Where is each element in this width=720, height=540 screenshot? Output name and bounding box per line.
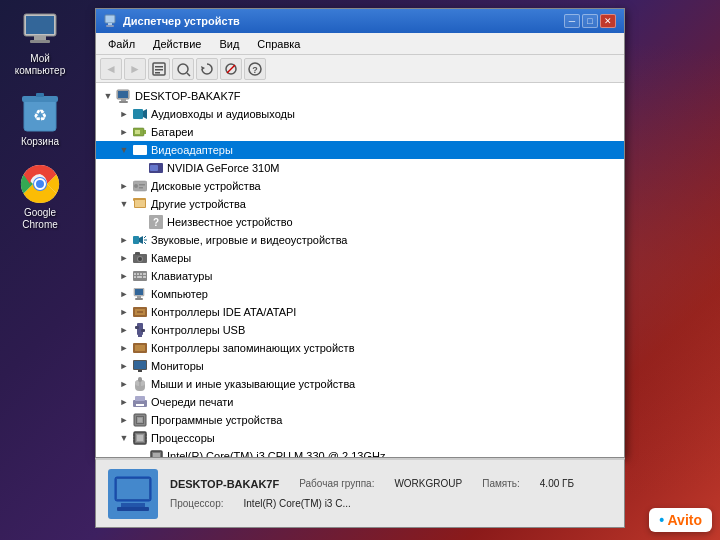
desktop-icon-area: Мой компьютер ♻ Корзина — [0, 0, 80, 241]
tree-item[interactable]: ► Дисковые устройства — [96, 177, 624, 195]
menu-view[interactable]: Вид — [211, 36, 247, 52]
device-tree[interactable]: ▼ DESKTOP-BAKAK7F ► — [96, 83, 624, 457]
item-expander[interactable]: ► — [116, 250, 132, 266]
tree-item[interactable]: ► Батареи — [96, 123, 624, 141]
menu-file[interactable]: Файл — [100, 36, 143, 52]
svg-rect-32 — [144, 130, 146, 134]
svg-point-10 — [35, 179, 45, 189]
item-expander[interactable]: ► — [116, 412, 132, 428]
tree-item-cpu1[interactable]: ► Intel(R) Core(TM) i3 CPU M 330 @ 2.13G… — [96, 447, 624, 457]
tree-item-video[interactable]: ▼ Видеоадаптеры — [96, 141, 624, 159]
item-expander[interactable]: ► — [116, 376, 132, 392]
status-row-1: DESKTOP-BAKAK7F Рабочая группа: WORKGROU… — [170, 476, 612, 493]
tree-item-nvidia[interactable]: ► NVIDIA GeForce 310M — [96, 159, 624, 177]
svg-point-40 — [134, 184, 138, 188]
properties-button[interactable] — [148, 58, 170, 80]
item-expander[interactable]: ► — [116, 124, 132, 140]
tree-item[interactable]: ► Контроллеры USB — [96, 321, 624, 339]
svg-rect-71 — [137, 311, 143, 313]
item-label: Контроллеры запоминающих устройств — [151, 339, 354, 357]
item-label: Видеоадаптеры — [151, 141, 233, 159]
item-expander[interactable]: ► — [116, 394, 132, 410]
svg-rect-66 — [135, 289, 143, 295]
software-devices-icon — [132, 412, 148, 428]
svg-rect-11 — [105, 15, 115, 23]
item-expander[interactable]: ► — [116, 232, 132, 248]
close-button[interactable]: ✕ — [600, 14, 616, 28]
tree-item[interactable]: ► Очереди печати — [96, 393, 624, 411]
tree-item-unknown[interactable]: ► ? Неизвестное устройство — [96, 213, 624, 231]
svg-rect-41 — [139, 184, 145, 186]
tree-item[interactable]: ► Контроллеры IDE ATA/ATAPI — [96, 303, 624, 321]
status-bar: DESKTOP-BAKAK7F Рабочая группа: WORKGROU… — [95, 458, 625, 528]
item-expander[interactable]: ► — [116, 106, 132, 122]
svg-rect-118 — [117, 479, 149, 499]
workgroup-label: Рабочая группа: — [299, 476, 374, 493]
tree-item[interactable]: ► Контроллеры запоминающих устройств — [96, 339, 624, 357]
desktop-icon-chrome[interactable]: Google Chrome — [5, 164, 75, 231]
back-button[interactable]: ◄ — [100, 58, 122, 80]
maximize-button[interactable]: □ — [582, 14, 598, 28]
tree-item[interactable]: ▼ Другие устройства — [96, 195, 624, 213]
item-expander[interactable]: ► — [116, 268, 132, 284]
desktop-icon-recycle[interactable]: ♻ Корзина — [5, 93, 75, 148]
svg-rect-45 — [135, 200, 145, 207]
item-expander[interactable]: ► — [116, 358, 132, 374]
cpu-label: Intel(R) Core(TM) i3 CPU M 330 @ 2.13GHz — [167, 447, 385, 457]
tree-root[interactable]: ▼ DESKTOP-BAKAK7F — [96, 87, 624, 105]
tree-item[interactable]: ► Мыши и иные указывающие устройства — [96, 375, 624, 393]
window-controls: ─ □ ✕ — [564, 14, 616, 28]
keyboard-icon — [132, 268, 148, 284]
svg-rect-28 — [119, 101, 128, 103]
tree-item[interactable]: ► Компьютер — [96, 285, 624, 303]
disable-button[interactable] — [220, 58, 242, 80]
svg-text:?: ? — [153, 217, 159, 228]
tree-item[interactable]: ► Мониторы — [96, 357, 624, 375]
desktop-icon-computer[interactable]: Мой компьютер — [5, 10, 75, 77]
svg-rect-67 — [137, 296, 141, 298]
window-icon — [104, 14, 118, 28]
avito-dot: • — [659, 512, 667, 528]
item-expander[interactable]: ► — [116, 322, 132, 338]
computer-icon — [20, 10, 60, 50]
svg-rect-29 — [133, 109, 143, 119]
camera-icon — [132, 250, 148, 266]
help-button[interactable]: ? — [244, 58, 266, 80]
svg-rect-42 — [139, 187, 143, 189]
sound-icon — [132, 106, 148, 122]
device-manager-window: Диспетчер устройств ─ □ ✕ Файл Действие … — [95, 8, 625, 458]
menu-action[interactable]: Действие — [145, 36, 209, 52]
svg-marker-30 — [143, 109, 147, 119]
root-expander[interactable]: ▼ — [100, 88, 116, 104]
svg-rect-6 — [36, 93, 44, 97]
svg-text:♻: ♻ — [33, 107, 47, 124]
item-label: Другие устройства — [151, 195, 246, 213]
item-expander[interactable]: ▼ — [116, 142, 132, 158]
svg-rect-75 — [138, 335, 142, 337]
tree-item-processors[interactable]: ▼ Процессоры — [96, 429, 624, 447]
tree-item[interactable]: ► Звуковые, игровые и видеоустройства — [96, 231, 624, 249]
item-expander[interactable]: ► — [116, 304, 132, 320]
forward-button[interactable]: ► — [124, 58, 146, 80]
item-expander: ► — [132, 160, 148, 176]
item-label: Камеры — [151, 249, 191, 267]
item-expander[interactable]: ► — [116, 340, 132, 356]
tree-item[interactable]: ► Программные устройства — [96, 411, 624, 429]
svg-rect-80 — [138, 370, 142, 372]
item-expander[interactable]: ▼ — [116, 430, 132, 446]
scan-button[interactable] — [172, 58, 194, 80]
item-label: Клавиатуры — [151, 267, 212, 285]
update-button[interactable] — [196, 58, 218, 80]
item-label: Дисковые устройства — [151, 177, 261, 195]
menu-help[interactable]: Справка — [249, 36, 308, 52]
minimize-button[interactable]: ─ — [564, 14, 580, 28]
avito-badge: • Avito — [649, 508, 712, 532]
item-expander[interactable]: ► — [116, 178, 132, 194]
item-label: Батареи — [151, 123, 194, 141]
svg-rect-77 — [135, 345, 145, 351]
item-expander[interactable]: ► — [116, 286, 132, 302]
tree-item[interactable]: ► Аудиовходы и аудиовыходы — [96, 105, 624, 123]
tree-item[interactable]: ► Камеры — [96, 249, 624, 267]
tree-item[interactable]: ► Клавиатуры — [96, 267, 624, 285]
item-expander[interactable]: ▼ — [116, 196, 132, 212]
